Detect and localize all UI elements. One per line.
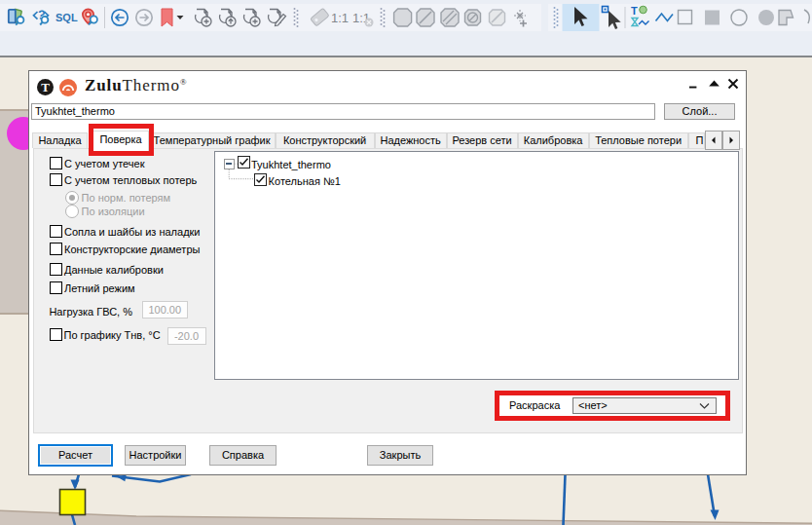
svg-text:1:1: 1:1	[331, 11, 349, 25]
svg-text:SQL: SQL	[55, 12, 78, 23]
svg-text:T: T	[631, 5, 638, 17]
